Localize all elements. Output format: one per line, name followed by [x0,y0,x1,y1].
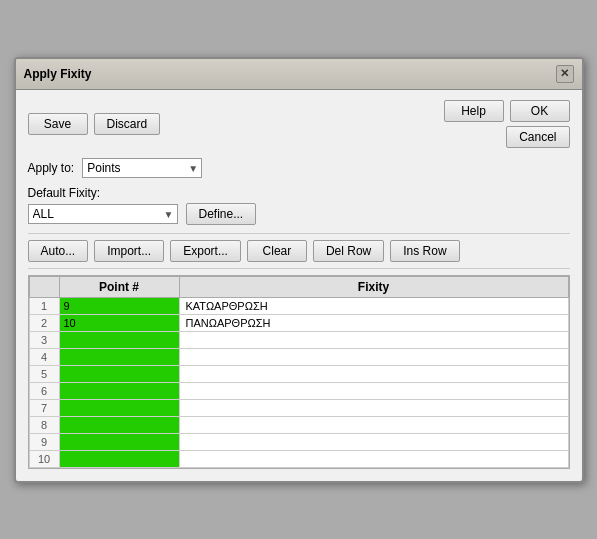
clear-button[interactable]: Clear [247,240,307,262]
point-cell[interactable] [59,365,179,382]
point-cell[interactable] [59,331,179,348]
point-cell[interactable] [59,433,179,450]
point-cell[interactable]: 10 [59,314,179,331]
row-number: 3 [29,331,59,348]
ins-row-button[interactable]: Ins Row [390,240,459,262]
point-cell[interactable] [59,399,179,416]
fixity-cell[interactable] [179,331,568,348]
fixity-cell[interactable] [179,365,568,382]
row-number: 10 [29,450,59,467]
import-button[interactable]: Import... [94,240,164,262]
top-button-row: Save Discard Help OK Cancel [28,100,570,148]
apply-to-row: Apply to: Points Elements Nodes ▼ [28,158,570,178]
right-buttons-row2: Cancel [506,126,569,148]
right-buttons-row1: Help OK [444,100,570,122]
fixity-cell[interactable] [179,450,568,467]
title-bar: Apply Fixity ✕ [16,59,582,90]
col-header-point: Point # [59,276,179,297]
point-cell[interactable] [59,382,179,399]
table-row[interactable]: 9 [29,433,568,450]
default-fixity-select-wrapper: ALL NONE Custom ▼ [28,204,178,224]
left-buttons: Save Discard [28,113,161,135]
table-row[interactable]: 3 [29,331,568,348]
table-header-row: Point # Fixity [29,276,568,297]
right-buttons: Help OK Cancel [444,100,570,148]
data-table-container: Point # Fixity 19ΚΑΤΩΑΡΘΡΩΣΗ210ΠΑΝΩΑΡΘΡΩ… [28,275,570,469]
default-fixity-row: ALL NONE Custom ▼ Define... [28,203,570,225]
dialog-body: Save Discard Help OK Cancel Apply to: Po… [16,90,582,481]
table-row[interactable]: 5 [29,365,568,382]
fixity-cell[interactable] [179,348,568,365]
dialog-title: Apply Fixity [24,67,92,81]
fixity-cell[interactable] [179,399,568,416]
row-number: 1 [29,297,59,314]
fixity-cell[interactable] [179,416,568,433]
apply-fixity-dialog: Apply Fixity ✕ Save Discard Help OK Canc… [14,57,584,483]
default-fixity-select[interactable]: ALL NONE Custom [28,204,178,224]
col-header-fixity: Fixity [179,276,568,297]
fixity-cell[interactable] [179,382,568,399]
point-cell[interactable] [59,416,179,433]
del-row-button[interactable]: Del Row [313,240,384,262]
default-fixity-section: Default Fixity: ALL NONE Custom ▼ Define… [28,186,570,225]
discard-button[interactable]: Discard [94,113,161,135]
define-button[interactable]: Define... [186,203,257,225]
table-row[interactable]: 8 [29,416,568,433]
table-row[interactable]: 4 [29,348,568,365]
table-row[interactable]: 19ΚΑΤΩΑΡΘΡΩΣΗ [29,297,568,314]
data-table: Point # Fixity 19ΚΑΤΩΑΡΘΡΩΣΗ210ΠΑΝΩΑΡΘΡΩ… [29,276,569,468]
point-cell[interactable] [59,348,179,365]
ok-button[interactable]: OK [510,100,570,122]
action-toolbar: Auto... Import... Export... Clear Del Ro… [28,233,570,269]
table-row[interactable]: 10 [29,450,568,467]
row-number: 2 [29,314,59,331]
cancel-button[interactable]: Cancel [506,126,569,148]
fixity-cell[interactable]: ΚΑΤΩΑΡΘΡΩΣΗ [179,297,568,314]
export-button[interactable]: Export... [170,240,241,262]
apply-to-select[interactable]: Points Elements Nodes [82,158,202,178]
row-number: 8 [29,416,59,433]
col-header-num [29,276,59,297]
row-number: 7 [29,399,59,416]
table-row[interactable]: 7 [29,399,568,416]
row-number: 6 [29,382,59,399]
table-row[interactable]: 6 [29,382,568,399]
row-number: 9 [29,433,59,450]
point-cell[interactable] [59,450,179,467]
save-button[interactable]: Save [28,113,88,135]
apply-to-select-wrapper: Points Elements Nodes ▼ [82,158,202,178]
table-body: 19ΚΑΤΩΑΡΘΡΩΣΗ210ΠΑΝΩΑΡΘΡΩΣΗ345678910 [29,297,568,467]
apply-to-label: Apply to: [28,161,75,175]
row-number: 4 [29,348,59,365]
fixity-cell[interactable] [179,433,568,450]
row-number: 5 [29,365,59,382]
fixity-cell[interactable]: ΠΑΝΩΑΡΘΡΩΣΗ [179,314,568,331]
table-row[interactable]: 210ΠΑΝΩΑΡΘΡΩΣΗ [29,314,568,331]
help-button[interactable]: Help [444,100,504,122]
point-cell[interactable]: 9 [59,297,179,314]
auto-button[interactable]: Auto... [28,240,89,262]
close-button[interactable]: ✕ [556,65,574,83]
default-fixity-label: Default Fixity: [28,186,570,200]
